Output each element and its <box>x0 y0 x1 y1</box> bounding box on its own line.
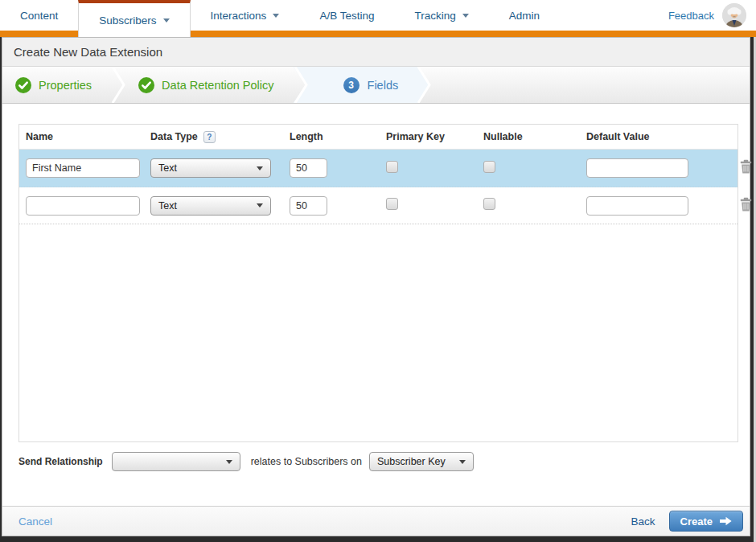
trash-icon <box>740 159 752 174</box>
send-relationship-dropdown[interactable] <box>112 452 240 471</box>
column-header-nullable: Nullable <box>483 131 586 142</box>
column-header-data-type: Data Type ? <box>150 131 290 143</box>
chevron-down-icon <box>226 460 232 464</box>
column-header-label: Data Type <box>150 131 198 142</box>
column-header-name: Name <box>26 131 150 142</box>
table-header: Name Data Type ? Length Primary Key Null… <box>19 125 738 150</box>
create-data-extension-modal: Create New Data Extension Properties Dat… <box>2 37 750 536</box>
column-header-length: Length <box>290 131 386 142</box>
avatar[interactable] <box>722 3 746 27</box>
chevron-down-icon <box>163 18 170 23</box>
nav-label: Admin <box>509 10 540 22</box>
nav-label: Tracking <box>414 10 455 22</box>
modal-footer: Cancel Back Create <box>2 506 750 536</box>
nav-item-content[interactable]: Content <box>0 0 78 31</box>
primary-key-checkbox[interactable] <box>386 198 398 210</box>
cancel-link[interactable]: Cancel <box>18 515 52 528</box>
nav-label: Content <box>20 10 58 22</box>
nav-items: Content Subscribers Interactions A/B Tes… <box>0 0 560 31</box>
data-type-dropdown[interactable]: Text <box>150 158 271 178</box>
length-input[interactable] <box>290 196 327 216</box>
step-label: Properties <box>39 79 92 92</box>
default-value-input[interactable] <box>586 196 688 216</box>
screen: Content Subscribers Interactions A/B Tes… <box>0 0 756 542</box>
step-label: Fields <box>368 79 399 92</box>
chevron-separator-icon <box>417 67 431 103</box>
nullable-checkbox[interactable] <box>483 198 495 210</box>
help-icon[interactable]: ? <box>203 131 216 143</box>
chevron-separator-icon <box>294 67 308 103</box>
column-header-primary-key: Primary Key <box>386 131 483 142</box>
chevron-down-icon <box>257 203 263 207</box>
check-icon <box>138 77 154 93</box>
relates-to-text: relates to Subscribers on <box>251 456 362 467</box>
back-link[interactable]: Back <box>631 515 655 528</box>
nav-item-interactions[interactable]: Interactions <box>191 0 300 31</box>
arrow-right-icon <box>720 516 732 526</box>
nav-item-subscribers[interactable]: Subscribers <box>78 0 190 37</box>
nav-label: Subscribers <box>99 14 156 27</box>
column-header-default-value: Default Value <box>586 131 722 142</box>
chevron-down-icon <box>257 166 263 170</box>
nav-right: Feedback <box>668 0 746 31</box>
field-row-2: Text <box>19 187 738 224</box>
top-navigation: Content Subscribers Interactions A/B Tes… <box>0 0 756 37</box>
nav-label: Interactions <box>211 10 267 22</box>
nav-item-ab-testing[interactable]: A/B Testing <box>299 0 394 31</box>
check-icon <box>15 77 31 93</box>
step-label: Data Retention Policy <box>162 79 273 92</box>
nullable-checkbox[interactable] <box>483 161 495 173</box>
chevron-down-icon <box>459 460 466 464</box>
primary-key-checkbox[interactable] <box>386 161 398 173</box>
field-row-1: Text <box>19 150 738 187</box>
length-input[interactable] <box>290 158 327 178</box>
table-empty-area <box>19 224 738 441</box>
delete-row-button[interactable] <box>740 159 752 176</box>
nav-item-tracking[interactable]: Tracking <box>394 0 488 31</box>
chevron-down-icon <box>273 14 279 18</box>
field-name-input[interactable] <box>26 196 140 216</box>
fields-table: Name Data Type ? Length Primary Key Null… <box>18 124 738 442</box>
step-number-badge: 3 <box>343 77 360 93</box>
subscriber-key-dropdown[interactable]: Subscriber Key <box>369 452 474 471</box>
dropdown-value: Text <box>158 200 177 211</box>
nav-item-admin[interactable]: Admin <box>489 0 560 31</box>
send-relationship-label: Send Relationship <box>18 456 103 467</box>
delete-row-button[interactable] <box>740 197 752 214</box>
feedback-link[interactable]: Feedback <box>668 10 714 22</box>
chevron-separator-icon <box>111 67 125 103</box>
dropdown-value: Text <box>158 162 177 174</box>
send-relationship-row: Send Relationship relates to Subscribers… <box>18 450 733 473</box>
einstein-avatar-icon <box>722 3 746 27</box>
wizard-steps: Properties Data Retention Policy 3 Field… <box>2 67 750 104</box>
nav-label: A/B Testing <box>319 10 374 22</box>
dropdown-value: Subscriber Key <box>377 456 446 467</box>
create-button[interactable]: Create <box>669 511 743 532</box>
create-button-label: Create <box>680 515 713 528</box>
field-name-input[interactable] <box>26 158 140 178</box>
default-value-input[interactable] <box>586 158 688 178</box>
step-data-retention-policy[interactable]: Data Retention Policy <box>125 67 293 103</box>
data-type-dropdown[interactable]: Text <box>150 196 271 216</box>
chevron-down-icon <box>462 14 469 18</box>
step-properties[interactable]: Properties <box>2 67 111 103</box>
modal-title: Create New Data Extension <box>2 38 750 67</box>
step-fields[interactable]: 3 Fields <box>294 67 431 103</box>
trash-icon <box>740 197 752 211</box>
